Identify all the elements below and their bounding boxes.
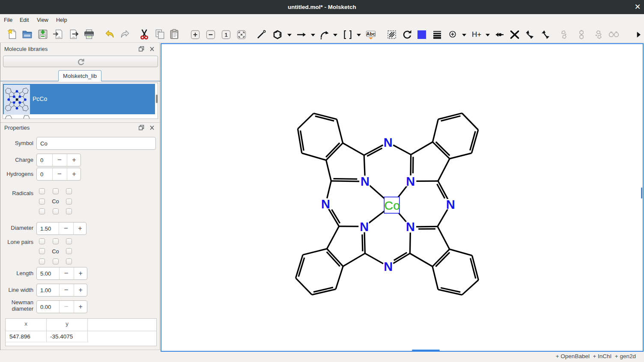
svg-text:N: N (360, 220, 369, 234)
svg-text:N: N (361, 175, 370, 188)
svg-text:N: N (321, 197, 330, 211)
svg-text:Abc: Abc (367, 31, 376, 36)
svg-text:N: N (406, 175, 415, 188)
svg-text:N: N (384, 136, 393, 149)
svg-text:H+: H+ (472, 30, 481, 39)
svg-text:1: 1 (224, 32, 227, 38)
svg-text:N: N (384, 260, 393, 273)
svg-text:Co: Co (385, 199, 400, 212)
svg-text:N: N (406, 220, 415, 234)
svg-text:N: N (446, 198, 455, 211)
